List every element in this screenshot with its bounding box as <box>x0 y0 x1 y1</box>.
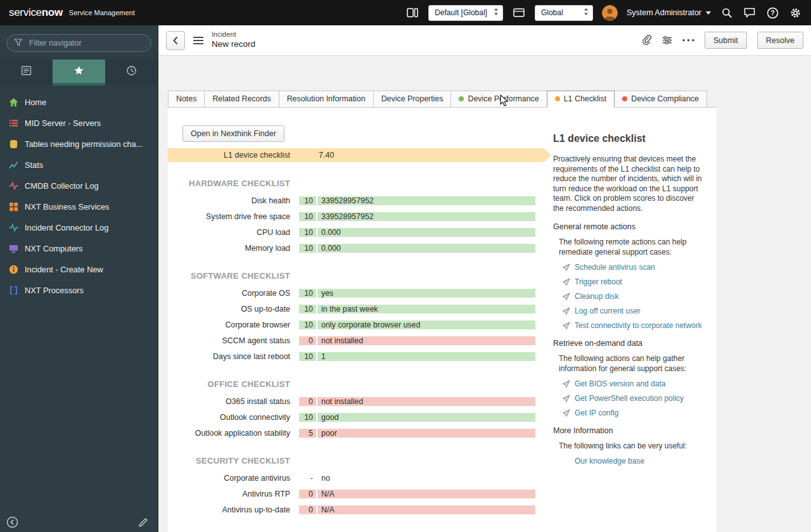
remote-action-icon <box>562 278 570 286</box>
score-cell[interactable]: 10 <box>299 305 316 314</box>
remote-action-icon <box>562 307 570 315</box>
submit-button[interactable]: Submit <box>705 32 747 49</box>
checklist-sections: HARDWARE CHECKLISTDisk health10339528957… <box>168 179 543 516</box>
attachment-icon[interactable] <box>642 35 652 46</box>
chat-icon[interactable] <box>743 6 757 20</box>
application-scope-select[interactable]: Default [Global] <box>428 5 503 21</box>
checklist-row-antivirus-rtp: Antivirus RTP0N/A <box>168 487 543 500</box>
main-area: Incident New record Submit Resolve <box>158 25 811 532</box>
remote-action-icon <box>562 380 570 388</box>
help-link-get-bios-version-and-data[interactable]: Get BIOS version and data <box>575 379 665 388</box>
checklist-summary-row: L1 device checklist 7.40 <box>168 148 551 162</box>
personalize-form-icon[interactable] <box>662 35 672 45</box>
tab-label: L1 Checklist <box>564 94 607 103</box>
tab-resolution-information[interactable]: Resolution Information <box>279 91 374 108</box>
score-cell[interactable]: 10 <box>299 320 316 329</box>
value-cell: 0.000 <box>317 228 535 237</box>
score-cell[interactable]: 0 <box>299 490 316 498</box>
tab-all-applications[interactable] <box>0 60 53 86</box>
score-cell[interactable]: 10 <box>299 413 316 422</box>
checklist-row-o365-install-status: O365 install status0not installed <box>168 395 543 408</box>
search-icon[interactable] <box>720 6 734 20</box>
score-cell[interactable]: 5 <box>299 429 316 438</box>
help-sections: General remote actionsThe following remo… <box>553 222 705 466</box>
sidebar-item-mid-server-servers[interactable]: MID Server - Servers <box>0 113 158 134</box>
edit-favorites-icon[interactable] <box>138 517 149 528</box>
tab-device-compliance[interactable]: Device Compliance <box>614 91 707 108</box>
brackets-icon <box>9 286 18 295</box>
score-cell[interactable]: 10 <box>299 352 316 361</box>
checklist-row-system-drive-free-space: System drive free space10339528957952 <box>168 210 543 223</box>
checklist-row-os-up-to-date: OS up-to-date10in the past week <box>168 302 543 315</box>
sidebar-item-cmdb-collector-log[interactable]: CMDB Collector Log <box>0 175 158 196</box>
record-toolbar: Incident New record Submit Resolve <box>158 25 811 56</box>
checklist-row-cpu-load: CPU load100.000 <box>168 225 543 239</box>
help-link-our-knowledge-base[interactable]: Our knowledge base <box>575 457 644 466</box>
help-link-schedule-antivirus-scan[interactable]: Schedule antivirus scan <box>575 263 655 272</box>
open-nexthink-finder-button[interactable]: Open in Nexthink Finder <box>182 125 284 142</box>
score-cell[interactable]: 10 <box>299 244 316 253</box>
help-link-trigger-reboot[interactable]: Trigger reboot <box>575 277 622 286</box>
sidebar-footer <box>6 516 149 528</box>
tab-favorites[interactable] <box>53 60 105 86</box>
sidebar-item-nxt-processors[interactable]: NXT Processors <box>0 280 158 301</box>
sidebar-item-nxt-computers[interactable]: NXT Computers <box>0 238 158 259</box>
help-link-get-ip-config[interactable]: Get IP config <box>575 408 618 417</box>
field-label: Corporate browser <box>168 320 290 329</box>
tab-device-performance[interactable]: Device Performance <box>450 91 547 108</box>
gear-icon[interactable] <box>788 6 802 20</box>
resolve-button[interactable]: Resolve <box>757 32 803 49</box>
checklist-row-sccm-agent-status: SCCM agent status0not installed <box>168 334 543 347</box>
checklist-row-corporate-browser: Corporate browser10only corporate browse… <box>168 318 543 331</box>
sidebar-item-home[interactable]: Home <box>0 92 158 113</box>
score-cell[interactable]: 10 <box>299 212 316 221</box>
score-cell[interactable]: 10 <box>299 228 316 237</box>
tab-notes[interactable]: Notes <box>168 91 205 108</box>
sidebar-item-nxt-business-services[interactable]: NXT Business Services <box>0 196 158 217</box>
help-link-test-connectivity-to-corporate-network[interactable]: Test connectivity to corporate network <box>575 321 702 330</box>
checklist-summary-label: L1 device checklist <box>168 151 290 160</box>
tab-status-dot <box>622 96 627 101</box>
more-options-icon[interactable] <box>682 39 694 42</box>
top-header: servicenow Service Management Default [G… <box>0 0 811 25</box>
score-cell[interactable]: 0 <box>299 336 316 345</box>
domain-select[interactable]: Global <box>535 5 593 21</box>
form-context-menu-icon[interactable] <box>193 36 204 45</box>
favorites-list: HomeMID Server - ServersTables needing p… <box>0 92 158 301</box>
split-screen-icon[interactable] <box>406 6 419 20</box>
score-cell[interactable]: 10 <box>299 289 316 298</box>
field-label: Antivirus up-to-date <box>168 505 290 514</box>
field-label: Corporate OS <box>168 289 290 298</box>
sidebar-item-tables-needing-permission-cha[interactable]: Tables needing permission cha... <box>0 134 158 155</box>
user-menu[interactable]: System Administrator <box>627 8 711 17</box>
filter-navigator[interactable] <box>6 34 151 52</box>
score-cell[interactable]: 0 <box>299 397 316 406</box>
score-cell[interactable]: - <box>299 474 316 483</box>
help-link-log-off-current-user[interactable]: Log off current user <box>575 307 641 315</box>
sidebar-item-incident-connector-log[interactable]: Incident Connector Log <box>0 217 158 238</box>
domain-picker-icon[interactable] <box>512 6 526 20</box>
sidebar-item-incident-create-new[interactable]: Incident - Create New <box>0 259 158 280</box>
help-link-get-powershell-execution-policy[interactable]: Get PowerShell execution policy <box>575 394 684 403</box>
form-content: NotesRelated RecordsResolution Informati… <box>158 56 811 532</box>
tab-device-properties[interactable]: Device Properties <box>373 91 452 108</box>
value-cell: N/A <box>317 505 535 514</box>
value-cell: no <box>317 474 535 483</box>
filter-navigator-input[interactable] <box>28 38 144 48</box>
score-cell[interactable]: 0 <box>299 505 316 514</box>
avatar[interactable] <box>602 5 618 21</box>
tab-l1-checklist[interactable]: L1 Checklist <box>547 91 615 108</box>
back-button[interactable] <box>166 31 185 50</box>
tab-related-records[interactable]: Related Records <box>204 91 279 108</box>
tab-history[interactable] <box>105 60 158 86</box>
sidebar-item-label: MID Server - Servers <box>25 118 101 128</box>
tab-status-dot <box>459 96 464 101</box>
score-cell[interactable]: 10 <box>299 196 316 205</box>
collapse-navigator-icon[interactable] <box>6 516 18 528</box>
sidebar-item-label: NXT Processors <box>25 286 84 295</box>
help-link-cleanup-disk[interactable]: Cleanup disk <box>575 292 618 301</box>
sidebar-item-stats[interactable]: Stats <box>0 155 158 175</box>
help-link-row: Our knowledge base <box>575 457 705 466</box>
section-title-office-checklist: OFFICE CHECKLIST <box>168 379 290 389</box>
help-icon[interactable]: ? <box>765 6 779 20</box>
